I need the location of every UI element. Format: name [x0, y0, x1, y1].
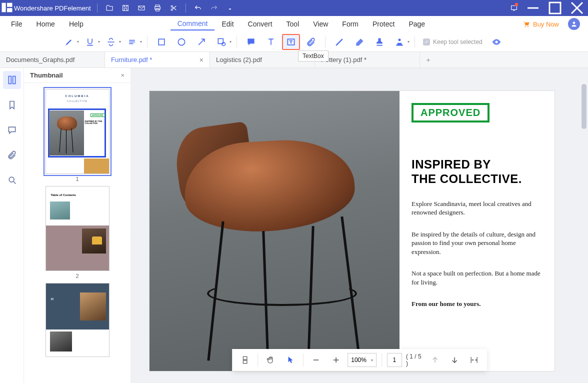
- doc-tab[interactable]: Documents_Graphs.pdf: [0, 52, 105, 68]
- thumb-number: 2: [76, 273, 78, 279]
- doc-tab[interactable]: Pottery (1).pdf *: [315, 52, 420, 68]
- scroll-mode-button[interactable]: [237, 352, 252, 368]
- close-tab-icon[interactable]: ×: [200, 56, 204, 64]
- page-thumbnail[interactable]: 28: [46, 283, 110, 357]
- menu-form[interactable]: Form: [335, 18, 366, 30]
- comments-panel-button[interactable]: [3, 121, 21, 139]
- save-icon[interactable]: [118, 0, 134, 16]
- select-tool-button[interactable]: [282, 352, 298, 368]
- hide-comments-tool[interactable]: [488, 34, 506, 50]
- document-tabs: Documents_Graphs.pdf Furniture.pdf *× Lo…: [0, 52, 588, 68]
- redo-icon[interactable]: [206, 0, 222, 16]
- arrow-shape-tool[interactable]: [192, 34, 210, 50]
- thumbnails-panel-button[interactable]: [3, 71, 21, 89]
- checkbox-icon: [423, 38, 430, 46]
- close-panel-icon[interactable]: ×: [120, 72, 124, 79]
- svg-point-8: [171, 6, 172, 7]
- page-paragraph: Be inspired by the details of culture, d…: [412, 230, 542, 256]
- quick-access-dropdown-icon[interactable]: [222, 0, 238, 16]
- doc-tab[interactable]: Furniture.pdf *×: [105, 52, 210, 68]
- buy-now-label: Buy Now: [533, 20, 559, 28]
- svg-point-13: [528, 26, 528, 27]
- scrollbar-thumb[interactable]: [582, 84, 586, 129]
- textbox-tool[interactable]: [282, 34, 300, 50]
- search-panel-button[interactable]: [3, 171, 21, 189]
- eraser-tool[interactable]: [350, 34, 368, 50]
- more-shapes-tool[interactable]: ▾: [212, 34, 232, 50]
- strikethrough-tool[interactable]: ▾: [102, 34, 121, 50]
- window-maximize-icon[interactable]: [544, 0, 566, 16]
- doc-tab-label: Furniture.pdf *: [111, 56, 152, 64]
- menu-edit[interactable]: Edit: [214, 18, 240, 30]
- thumb-image: [49, 110, 84, 156]
- page-number-input[interactable]: [387, 353, 402, 367]
- menu-comment[interactable]: Comment: [170, 18, 215, 30]
- undo-icon[interactable]: [190, 0, 206, 16]
- typewriter-tool[interactable]: [262, 34, 280, 50]
- app-title: Wondershare PDFelement: [14, 4, 93, 12]
- keep-tool-selected-toggle[interactable]: Keep tool selected: [420, 34, 486, 50]
- oval-shape-tool[interactable]: [172, 34, 190, 50]
- notification-icon[interactable]: [506, 0, 522, 16]
- svg-rect-4: [138, 6, 144, 10]
- zoom-out-button[interactable]: [308, 352, 324, 368]
- rectangle-shape-tool[interactable]: [152, 34, 170, 50]
- svg-rect-26: [243, 360, 247, 364]
- zoom-level-select[interactable]: 100%▾: [348, 353, 376, 367]
- svg-rect-3: [122, 6, 128, 11]
- caret-tool[interactable]: ▾: [123, 34, 142, 50]
- thumb-brand: COLUMBIA: [46, 94, 109, 98]
- note-tool[interactable]: [242, 34, 260, 50]
- bookmarks-panel-button[interactable]: [3, 96, 21, 114]
- attachment-tool[interactable]: [302, 34, 320, 50]
- signature-tool[interactable]: ▾: [390, 34, 410, 50]
- page-total-label: ( 1 / 5 ): [406, 353, 424, 367]
- document-viewport[interactable]: APPROVED INSPIRED BY THE COLLECTIVE. Exp…: [131, 68, 588, 383]
- main-area: Thumbnail × COLUMBIA COLLECTIVE APPROVED…: [0, 68, 588, 383]
- thumb-headline: INSPIRED BY THE COLLECTIVE.: [85, 120, 106, 125]
- buy-now-button[interactable]: Buy Now: [517, 20, 564, 28]
- open-file-icon[interactable]: [102, 0, 118, 16]
- add-tab-button[interactable]: ＋: [420, 52, 436, 68]
- menu-home[interactable]: Home: [30, 18, 62, 30]
- menu-view[interactable]: View: [306, 18, 335, 30]
- title-bar: Wondershare PDFelement: [0, 0, 588, 16]
- page-thumbnail[interactable]: Table of Contents: [46, 186, 110, 271]
- prev-page-button[interactable]: [428, 352, 443, 368]
- underline-tool[interactable]: ▾: [81, 34, 100, 50]
- svg-rect-23: [12, 76, 15, 84]
- menu-help[interactable]: Help: [62, 18, 90, 30]
- menu-protect[interactable]: Protect: [366, 18, 402, 30]
- menu-tool[interactable]: Tool: [280, 18, 306, 30]
- menu-convert[interactable]: Convert: [241, 18, 280, 30]
- menu-file[interactable]: File: [4, 18, 30, 30]
- fit-width-button[interactable]: [466, 352, 482, 368]
- user-avatar-icon[interactable]: [568, 18, 580, 30]
- next-page-button[interactable]: [447, 352, 462, 368]
- menu-page[interactable]: Page: [402, 18, 432, 30]
- thumb-section-num: 28: [51, 298, 54, 300]
- page-nav-toolbar: 100%▾ ( 1 / 5 ): [232, 349, 487, 371]
- thumbnail-panel-title: Thumbnail: [30, 72, 63, 79]
- scissors-icon[interactable]: [166, 0, 182, 16]
- highlight-tool[interactable]: ▾: [60, 34, 79, 50]
- hand-tool-button[interactable]: [263, 352, 278, 368]
- mail-icon[interactable]: [134, 0, 150, 16]
- svg-rect-10: [512, 6, 517, 10]
- thumb-stamp: APPROVED: [90, 114, 104, 117]
- page-thumbnail[interactable]: COLUMBIA COLLECTIVE APPROVED INSPIRED BY…: [46, 89, 110, 174]
- svg-point-16: [178, 38, 184, 45]
- svg-point-24: [9, 177, 14, 182]
- doc-tab-label: Documents_Graphs.pdf: [6, 56, 74, 64]
- zoom-in-button[interactable]: [328, 352, 344, 368]
- print-icon[interactable]: [150, 0, 166, 16]
- page-paragraph: Not a space built on perfection. But a h…: [412, 269, 542, 286]
- window-close-icon[interactable]: [566, 0, 588, 16]
- attachments-panel-button[interactable]: [3, 146, 21, 164]
- pencil-tool[interactable]: [330, 34, 348, 50]
- pdf-page[interactable]: APPROVED INSPIRED BY THE COLLECTIVE. Exp…: [150, 91, 554, 371]
- window-minimize-icon[interactable]: [522, 0, 544, 16]
- stamp-tool[interactable]: [370, 34, 388, 50]
- svg-rect-22: [8, 76, 11, 84]
- left-rail: [0, 68, 24, 383]
